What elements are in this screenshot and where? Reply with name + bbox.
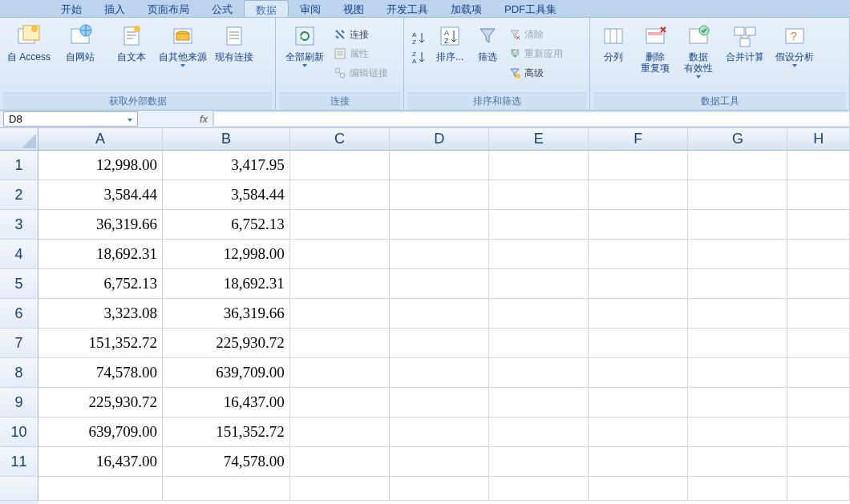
fx-label[interactable]: fx xyxy=(141,111,213,127)
from-access-button[interactable]: 自 Access xyxy=(3,22,55,64)
cell[interactable]: 3,323.08 xyxy=(38,299,163,329)
tab-addins[interactable]: 加载项 xyxy=(439,0,493,17)
cell[interactable]: 6,752.13 xyxy=(38,269,163,299)
column-header-D[interactable]: D xyxy=(390,128,489,151)
cell[interactable]: 3,417.95 xyxy=(163,151,290,180)
cell[interactable] xyxy=(390,477,489,501)
cell[interactable] xyxy=(787,329,850,358)
cell[interactable] xyxy=(290,329,390,358)
cell[interactable]: 74,578.00 xyxy=(38,358,163,388)
cell[interactable] xyxy=(489,329,589,358)
from-web-button[interactable]: 自网站 xyxy=(55,22,106,64)
sort-button[interactable]: AZ 排序... xyxy=(430,22,470,64)
cell[interactable] xyxy=(688,151,787,180)
cell[interactable] xyxy=(290,388,390,417)
cell[interactable] xyxy=(390,299,489,329)
cell[interactable] xyxy=(290,210,390,240)
cell[interactable] xyxy=(787,180,850,210)
cell[interactable] xyxy=(290,180,390,210)
cell[interactable] xyxy=(290,151,390,180)
row-header[interactable]: 7 xyxy=(0,329,38,358)
cell[interactable] xyxy=(589,151,688,180)
from-text-button[interactable]: 自文本 xyxy=(106,22,157,64)
row-header[interactable]: 3 xyxy=(0,210,38,240)
cell[interactable]: 74,578.00 xyxy=(163,447,290,477)
cell[interactable] xyxy=(489,388,589,417)
cell[interactable]: 639,709.00 xyxy=(163,358,290,388)
cell[interactable] xyxy=(589,269,688,299)
sort-desc-button[interactable]: ZA xyxy=(411,48,427,66)
column-header-G[interactable]: G xyxy=(688,128,787,151)
tab-insert[interactable]: 插入 xyxy=(93,0,136,17)
cell[interactable] xyxy=(688,240,787,269)
cell[interactable] xyxy=(290,299,390,329)
cell[interactable] xyxy=(290,417,390,447)
row-header[interactable]: 6 xyxy=(0,299,38,329)
sort-asc-button[interactable]: AZ xyxy=(411,29,427,46)
cell[interactable] xyxy=(688,329,787,358)
tab-formulas[interactable]: 公式 xyxy=(200,0,244,17)
remove-duplicates-button[interactable]: 删除 重复项 xyxy=(633,22,677,75)
cell[interactable] xyxy=(390,269,489,299)
tab-view[interactable]: 视图 xyxy=(332,0,375,17)
cell[interactable] xyxy=(163,477,290,501)
cells-area[interactable]: 12,998.003,417.953,584.443,584.4436,319.… xyxy=(38,151,850,501)
cell[interactable] xyxy=(688,388,787,417)
cell[interactable] xyxy=(390,180,489,210)
row-header[interactable]: 9 xyxy=(0,388,38,417)
cell[interactable] xyxy=(489,240,589,269)
column-header-F[interactable]: F xyxy=(589,128,688,151)
column-header-E[interactable]: E xyxy=(489,128,589,151)
select-all-corner[interactable] xyxy=(0,128,38,151)
cell[interactable] xyxy=(589,358,688,388)
cell[interactable]: 12,998.00 xyxy=(38,151,163,180)
consolidate-button[interactable]: 合并计算 xyxy=(720,22,770,64)
cell[interactable] xyxy=(787,299,850,329)
cell[interactable] xyxy=(787,388,850,417)
cell[interactable]: 639,709.00 xyxy=(38,417,163,447)
cell[interactable]: 6,752.13 xyxy=(163,210,290,240)
cell[interactable] xyxy=(489,180,589,210)
cell[interactable] xyxy=(589,180,688,210)
cell[interactable] xyxy=(390,417,489,447)
column-header-C[interactable]: C xyxy=(290,128,390,151)
cell[interactable] xyxy=(589,477,688,501)
properties-button[interactable]: 属性 xyxy=(334,45,388,62)
cell[interactable] xyxy=(589,210,688,240)
edit-links-button[interactable]: 编辑链接 xyxy=(334,64,388,82)
from-other-button[interactable]: 自其他来源 xyxy=(157,22,208,69)
cell[interactable]: 16,437.00 xyxy=(163,388,290,417)
cell[interactable]: 16,437.00 xyxy=(38,447,163,477)
cell[interactable] xyxy=(38,477,163,501)
cell[interactable] xyxy=(787,210,850,240)
cell[interactable] xyxy=(688,210,787,240)
cell[interactable] xyxy=(489,151,589,180)
cell[interactable]: 3,584.44 xyxy=(163,180,290,210)
cell[interactable] xyxy=(390,388,489,417)
cell[interactable]: 225,930.72 xyxy=(163,329,290,358)
row-header[interactable]: 8 xyxy=(0,358,38,388)
filter-button[interactable]: 筛选 xyxy=(470,22,505,64)
cell[interactable] xyxy=(688,477,787,501)
cell[interactable] xyxy=(489,210,589,240)
cell[interactable] xyxy=(589,447,688,477)
cell[interactable] xyxy=(787,240,850,269)
cell[interactable] xyxy=(787,447,850,477)
cell[interactable] xyxy=(787,417,850,447)
cell[interactable] xyxy=(489,299,589,329)
column-header-A[interactable]: A xyxy=(38,128,163,151)
column-header-B[interactable]: B xyxy=(163,128,290,151)
cell[interactable] xyxy=(390,358,489,388)
row-header[interactable] xyxy=(0,477,38,501)
cell[interactable] xyxy=(489,417,589,447)
cell[interactable] xyxy=(290,477,390,501)
row-header[interactable]: 10 xyxy=(0,417,38,447)
cell[interactable] xyxy=(290,269,390,299)
cell[interactable] xyxy=(688,358,787,388)
cell[interactable] xyxy=(489,358,589,388)
cell[interactable] xyxy=(489,477,589,501)
cell[interactable]: 12,998.00 xyxy=(163,240,290,269)
row-header[interactable]: 5 xyxy=(0,269,38,299)
cell[interactable] xyxy=(589,329,688,358)
cell[interactable] xyxy=(390,240,489,269)
